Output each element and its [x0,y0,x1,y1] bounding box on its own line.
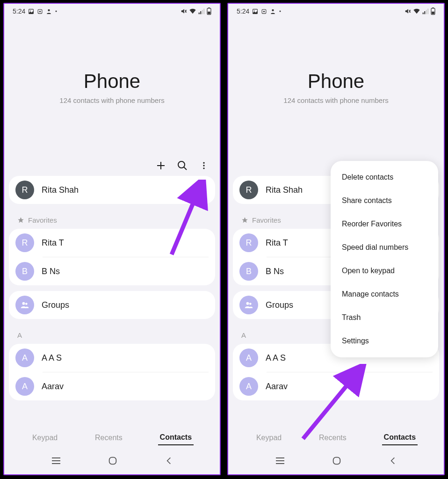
groups-label: Groups [42,300,69,310]
svg-point-22 [22,302,25,305]
screen-right: 5:24 Phone 124 contacts with phone numbe… [227,3,445,475]
toolbar [154,159,210,172]
menu-share-contacts[interactable]: Share contacts [331,189,438,212]
tab-recents[interactable]: Recents [317,431,348,445]
menu-manage-contacts[interactable]: Manage contacts [331,283,438,306]
add-button[interactable] [154,159,167,172]
svg-rect-11 [203,8,204,14]
tab-contacts[interactable]: Contacts [382,430,418,445]
tab-keypad[interactable]: Keypad [30,431,59,445]
svg-point-21 [203,167,204,169]
page-title: Phone [308,70,364,93]
nav-back-icon[interactable] [164,456,173,466]
avatar: B [239,262,258,281]
status-bar: 5:24 [228,4,444,17]
status-bar: 5:24 [4,4,220,17]
avatar: A [239,377,258,396]
mute-icon [405,8,411,15]
contact-row[interactable]: B B Ns [9,257,215,285]
navbar [228,451,444,474]
svg-rect-40 [427,8,428,14]
user-icon [270,8,276,15]
contact-row[interactable]: A Aarav [9,372,215,400]
my-profile-card: R Rita Shah [9,176,215,204]
nav-home-icon[interactable] [108,456,118,466]
menu-delete-contacts[interactable]: Delete contacts [331,166,438,189]
status-time: 5:24 [13,7,25,15]
svg-rect-42 [432,7,434,8]
content: R Rita Shah Favorites R Rita T B B Ns Gr… [4,176,220,406]
overflow-menu: Delete contacts Share contacts Reorder F… [331,161,438,357]
svg-rect-37 [423,13,424,15]
svg-point-20 [203,165,204,166]
svg-point-17 [178,161,185,168]
groups-row[interactable]: Groups [9,291,215,319]
svg-rect-43 [432,12,434,14]
page-title: Phone [84,70,140,93]
more-button[interactable] [197,159,210,172]
contact-name: B Ns [42,267,60,276]
page-subtitle: 124 contacts with phone numbers [59,96,164,104]
alpha-letter: A [241,331,246,339]
favorites-text: Favorites [28,216,57,224]
groups-icon [15,296,34,314]
contact-name: Rita T [42,238,64,248]
menu-open-keypad[interactable]: Open to keypad [331,259,438,283]
menu-reorder-favorites[interactable]: Reorder Favorites [331,212,438,236]
alpha-section: A [9,325,215,344]
contact-name: Rita Shah [266,185,303,195]
contact-name: A A S [266,353,286,363]
svg-point-1 [30,10,31,11]
contact-row[interactable]: R Rita Shah [9,176,215,204]
wifi-icon [189,8,196,15]
tab-recents[interactable]: Recents [93,431,124,445]
wifi-icon [413,8,420,15]
nav-recents-icon[interactable] [51,456,62,465]
favorites-text: Favorites [252,216,281,224]
groups-icon [239,296,258,314]
battery-icon [207,7,211,15]
svg-rect-49 [333,457,340,464]
svg-point-23 [25,303,28,305]
screen-left: 5:24 Phone 124 contacts with phone numbe… [3,3,221,475]
svg-point-4 [48,9,50,11]
user-icon [46,8,52,15]
avatar: B [15,262,34,281]
favorites-card: R Rita T B B Ns [9,229,215,285]
groups-card: Groups [9,291,215,319]
svg-point-45 [249,303,252,305]
nav-back-icon[interactable] [388,456,397,466]
svg-point-32 [263,10,265,12]
contact-name: Aarav [42,382,64,392]
nav-home-icon[interactable] [332,456,342,466]
tab-keypad[interactable]: Keypad [254,431,283,445]
contact-name: Rita T [266,238,288,248]
image-icon [28,8,34,15]
header: Phone 124 contacts with phone numbers [4,17,220,176]
menu-speed-dial[interactable]: Speed dial numbers [331,236,438,259]
avatar: R [15,181,34,199]
svg-rect-10 [202,10,203,14]
svg-rect-14 [208,12,210,14]
tab-contacts[interactable]: Contacts [158,430,194,445]
svg-point-33 [272,9,274,11]
svg-rect-38 [424,11,425,14]
svg-point-5 [56,11,57,12]
contact-row[interactable]: A A A S [9,344,215,372]
menu-settings[interactable]: Settings [331,329,438,353]
signal-icon [198,8,205,15]
star-icon [17,217,24,224]
groups-label: Groups [266,300,293,310]
search-button[interactable] [176,159,189,172]
nav-recents-icon[interactable] [275,456,286,465]
bottom-tabs: Keypad Recents Contacts [4,425,220,451]
image-icon [252,8,258,15]
contact-row[interactable]: A Aarav [233,372,439,400]
dot-icon [279,10,282,13]
svg-rect-39 [426,10,427,14]
svg-rect-9 [200,11,201,14]
contact-row[interactable]: R Rita T [9,229,215,257]
contact-name: A A S [42,353,62,363]
svg-line-18 [184,167,187,170]
menu-trash[interactable]: Trash [331,306,438,329]
